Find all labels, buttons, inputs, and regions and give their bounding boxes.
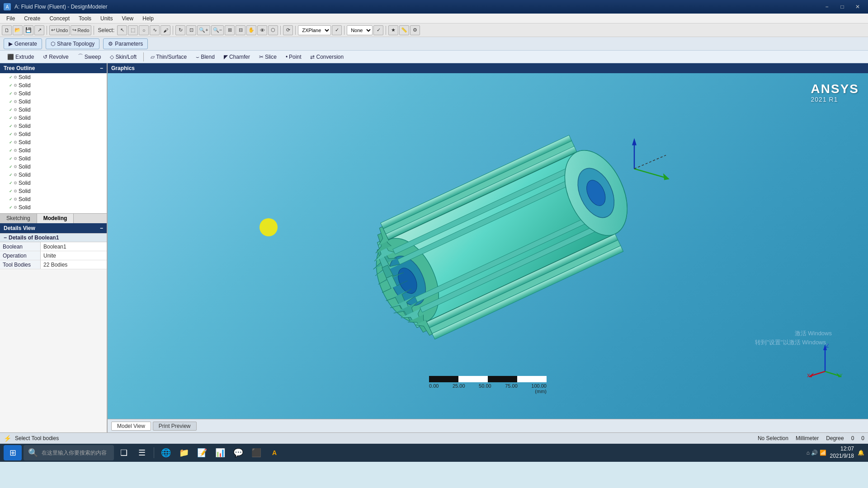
title-bar: A A: Fluid Flow (Fluent) - DesignModeler… xyxy=(0,0,868,14)
chamfer-button[interactable]: ◤ Chamfer xyxy=(220,52,254,62)
select-mode-btn[interactable]: ↖ xyxy=(117,25,127,35)
feat-sep1 xyxy=(143,52,144,61)
tab-sketching[interactable]: Sketching xyxy=(0,214,37,223)
tree-item[interactable]: ✓⚙Solid xyxy=(0,163,107,171)
window-title: A: Fluid Flow (Fluent) - DesignModeler xyxy=(14,4,107,10)
zoom-out-btn[interactable]: 🔍− xyxy=(211,25,224,35)
share-topology-button[interactable]: ⬡ Share Topology xyxy=(46,38,99,49)
highlight-btn[interactable]: ★ xyxy=(388,25,398,35)
watermark: 激活 Windows 转到"设置"以激活 Windows。 xyxy=(755,329,832,347)
close-button[interactable]: ✕ xyxy=(851,2,864,11)
zoom-all-btn[interactable]: ⊟ xyxy=(236,25,245,35)
start-button[interactable]: ⊞ xyxy=(4,445,22,460)
menu-concept[interactable]: Concept xyxy=(45,14,74,23)
extra1-btn[interactable]: ⚙ xyxy=(410,25,420,35)
tree-item[interactable]: ✓⚙Solid xyxy=(0,187,107,195)
save-button[interactable]: 💾 xyxy=(24,25,33,35)
skin-loft-button[interactable]: ◇ Skin/Loft xyxy=(106,52,140,62)
check-icon: ✓ xyxy=(9,91,13,96)
zoom-in-btn[interactable]: 🔍+ xyxy=(197,25,210,35)
tree-content[interactable]: ✓⚙Solid ✓⚙Solid ✓⚙Solid ✓⚙Solid ✓⚙Solid … xyxy=(0,73,107,213)
sweep-button[interactable]: ⌒ Sweep xyxy=(74,52,105,62)
revolve-button[interactable]: ↺ Revolve xyxy=(39,52,72,62)
refresh-btn[interactable]: ⟳ xyxy=(283,25,293,35)
taskbar-edge[interactable]: 🌐 xyxy=(158,445,174,460)
menu-tools[interactable]: Tools xyxy=(74,14,96,23)
tree-item[interactable]: ✓⚙Solid xyxy=(0,146,107,155)
taskbar-word[interactable]: 📝 xyxy=(194,445,210,460)
zoom-box-btn[interactable]: ⊞ xyxy=(225,25,235,35)
taskbar-notification[interactable]: 🔔 xyxy=(858,450,864,456)
tree-collapse-icon[interactable]: − xyxy=(100,65,103,71)
select-lasso-btn[interactable]: ∿ xyxy=(150,25,160,35)
pan-btn[interactable]: ✋ xyxy=(246,25,256,35)
blend-button[interactable]: ⌣ Blend xyxy=(192,52,218,62)
measure-btn[interactable]: 📏 xyxy=(399,25,409,35)
new-button[interactable]: 🗋 xyxy=(2,25,12,35)
tree-item[interactable]: ✓⚙Solid xyxy=(0,155,107,163)
select-paint-btn[interactable]: 🖌 xyxy=(160,25,170,35)
extrude-button[interactable]: ⬛ Extrude xyxy=(4,52,38,62)
zoom-fit-btn[interactable]: ⊡ xyxy=(186,25,196,35)
gear-icon: ⚙ xyxy=(14,124,17,128)
tab-model-view[interactable]: Model View xyxy=(111,422,151,431)
wire-btn[interactable]: ⬡ xyxy=(268,25,278,35)
select-box-btn[interactable]: ⬚ xyxy=(128,25,138,35)
details-section-header: − Details of Boolean1 xyxy=(0,234,107,242)
menu-help[interactable]: Help xyxy=(138,14,158,23)
restore-button[interactable]: □ xyxy=(835,2,849,11)
tree-item[interactable]: ✓⚙Solid xyxy=(0,81,107,89)
select-circle-btn[interactable]: ○ xyxy=(139,25,149,35)
tree-item[interactable]: ✓⚙Solid xyxy=(0,171,107,179)
rotate-btn[interactable]: ↻ xyxy=(175,25,185,35)
svg-marker-13 xyxy=(663,173,670,180)
taskbar-widgets[interactable]: ☰ xyxy=(134,445,150,460)
tab-modeling[interactable]: Modeling xyxy=(37,214,74,223)
tree-item[interactable]: ✓⚙Solid xyxy=(0,195,107,203)
tree-item[interactable]: ✓⚙Solid xyxy=(0,98,107,106)
conversion-button[interactable]: ⇄ Conversion xyxy=(307,52,347,62)
tree-item[interactable]: ✓⚙Solid xyxy=(0,114,107,122)
undo-button[interactable]: ↩ Undo xyxy=(49,25,70,35)
open-button[interactable]: 📂 xyxy=(13,25,23,35)
plane-apply-btn[interactable]: ✓ xyxy=(332,25,342,35)
taskbar-task-view[interactable]: ❑ xyxy=(116,445,132,460)
tree-item[interactable]: ✓⚙Solid xyxy=(0,138,107,146)
toolbar-features: ⬛ Extrude ↺ Revolve ⌒ Sweep ◇ Skin/Loft … xyxy=(0,51,868,63)
menu-view[interactable]: View xyxy=(117,14,138,23)
details-collapse-icon[interactable]: − xyxy=(100,225,103,231)
tree-item[interactable]: ✓⚙Solid xyxy=(0,106,107,114)
tree-item[interactable]: ✓⚙Solid xyxy=(0,89,107,98)
parameters-button[interactable]: ⚙ Parameters xyxy=(103,38,148,49)
minimize-button[interactable]: − xyxy=(820,2,834,11)
taskbar-wechat[interactable]: 💬 xyxy=(230,445,246,460)
taskbar-explorer[interactable]: 📁 xyxy=(176,445,192,460)
tree-item[interactable]: ✓⚙Solid xyxy=(0,203,107,211)
look-select[interactable]: None +X +Y +Z xyxy=(347,25,373,35)
status-val2: 0 xyxy=(861,435,864,441)
slice-button[interactable]: ✂ Slice xyxy=(255,52,280,62)
taskbar-app1[interactable]: ⬛ xyxy=(248,445,264,460)
sketch-model-tabs: Sketching Modeling xyxy=(0,213,107,223)
tree-item[interactable]: ✓⚙Solid xyxy=(0,73,107,81)
look-btn[interactable]: 👁 xyxy=(257,25,267,35)
tab-print-preview[interactable]: Print Preview xyxy=(153,422,197,431)
menu-create[interactable]: Create xyxy=(19,14,45,23)
tree-item[interactable]: ✓⚙Solid xyxy=(0,130,107,138)
tree-item[interactable]: ✓⚙Solid xyxy=(0,179,107,187)
redo-button[interactable]: ↪ Redo xyxy=(71,25,91,35)
taskbar-app2[interactable]: A xyxy=(266,445,283,460)
tree-item[interactable]: ✓⚙Solid xyxy=(0,122,107,130)
menu-file[interactable]: File xyxy=(2,14,19,23)
taskbar-search[interactable]: 🔍 在这里输入你要搜索的内容 xyxy=(24,445,114,460)
look-apply-btn[interactable]: ✓ xyxy=(373,25,383,35)
point-button[interactable]: • Point xyxy=(282,52,305,62)
taskbar-excel[interactable]: 📊 xyxy=(212,445,228,460)
window-controls[interactable]: − □ ✕ xyxy=(820,2,864,11)
plane-select[interactable]: ZXPlane XYPlane YZPlane xyxy=(298,25,331,35)
graphics-viewport[interactable]: ANSYS 2021 R1 xyxy=(108,73,868,419)
export-button[interactable]: ↗ xyxy=(34,25,44,35)
menu-units[interactable]: Units xyxy=(96,14,117,23)
thin-surface-button[interactable]: ▱ Thin/Surface xyxy=(147,52,190,62)
generate-button[interactable]: ▶ Generate xyxy=(4,38,42,49)
